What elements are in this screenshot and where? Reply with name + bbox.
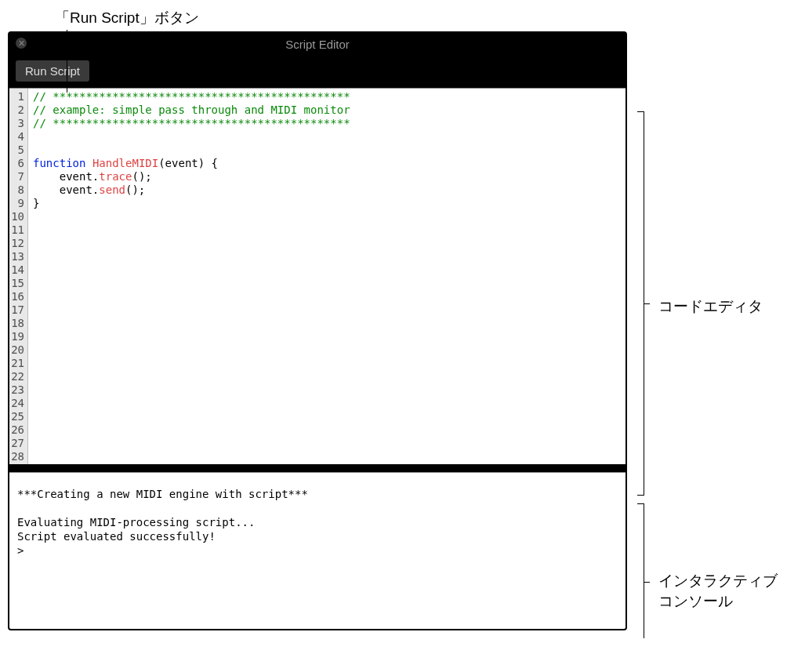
code-line [33, 410, 621, 423]
code-line [33, 263, 621, 277]
code-line [33, 250, 621, 263]
line-number: 8 [11, 183, 24, 197]
annotation-run-button: 「Run Script」ボタン [55, 8, 797, 28]
annotation-interactive-console: インタラクティブ コンソール [658, 571, 778, 612]
line-number: 11 [11, 223, 24, 237]
line-number: 20 [11, 343, 24, 357]
code-line: // *************************************… [33, 117, 621, 130]
code-line [33, 423, 621, 437]
line-number: 15 [11, 277, 24, 290]
line-number: 5 [11, 143, 24, 157]
line-number: 14 [11, 263, 24, 277]
line-number: 16 [11, 290, 24, 303]
window-titlebar: ✕ Script Editor [9, 33, 626, 56]
toolbar: Run Script [9, 56, 626, 88]
line-number: 7 [11, 170, 24, 183]
close-icon[interactable]: ✕ [16, 38, 27, 49]
line-number: 6 [11, 157, 24, 170]
code-editor[interactable]: 1234567891011121314151617181920212223242… [9, 88, 626, 464]
code-line [33, 383, 621, 397]
code-line: function HandleMIDI(event) { [33, 157, 621, 170]
line-number: 13 [11, 250, 24, 263]
line-number: 4 [11, 130, 24, 143]
run-script-button[interactable]: Run Script [16, 60, 89, 82]
line-number: 3 [11, 117, 24, 130]
code-line [33, 210, 621, 223]
code-line [33, 237, 621, 250]
bracket-code-editor [635, 111, 644, 496]
code-line [33, 317, 621, 330]
code-line [33, 357, 621, 370]
code-line [33, 223, 621, 237]
line-number: 24 [11, 397, 24, 410]
line-number: 26 [11, 423, 24, 437]
code-line [33, 330, 621, 343]
line-number: 12 [11, 237, 24, 250]
line-number: 9 [11, 197, 24, 210]
code-line [33, 290, 621, 303]
window-title: Script Editor [285, 38, 350, 51]
code-line [33, 397, 621, 410]
code-line: // *************************************… [33, 90, 621, 104]
code-line [33, 450, 621, 463]
code-line [33, 277, 621, 290]
interactive-console[interactable]: ***Creating a new MIDI engine with scrip… [9, 472, 626, 629]
code-content[interactable]: // *************************************… [28, 89, 626, 464]
code-line: event.trace(); [33, 170, 621, 183]
line-number: 21 [11, 357, 24, 370]
line-number: 18 [11, 317, 24, 330]
line-number: 10 [11, 210, 24, 223]
line-number: 25 [11, 410, 24, 423]
code-line [33, 143, 621, 157]
pane-divider[interactable] [9, 464, 626, 472]
code-line: // example: simple pass through and MIDI… [33, 104, 621, 117]
code-line [33, 343, 621, 357]
line-number: 2 [11, 104, 24, 117]
script-editor-window: ✕ Script Editor Run Script 1234567891011… [8, 31, 627, 630]
code-line [33, 130, 621, 143]
code-line [33, 370, 621, 383]
line-number: 22 [11, 370, 24, 383]
code-line: event.send(); [33, 183, 621, 197]
line-number: 23 [11, 383, 24, 397]
line-number: 28 [11, 450, 24, 463]
line-gutter: 1234567891011121314151617181920212223242… [9, 89, 28, 464]
line-number: 17 [11, 303, 24, 317]
line-number: 1 [11, 90, 24, 104]
line-number: 19 [11, 330, 24, 343]
annotation-code-editor: コードエディタ [658, 296, 763, 317]
code-line [33, 303, 621, 317]
line-number: 27 [11, 437, 24, 450]
code-line [33, 437, 621, 450]
bracket-interactive-console [635, 503, 644, 638]
code-line: } [33, 197, 621, 210]
